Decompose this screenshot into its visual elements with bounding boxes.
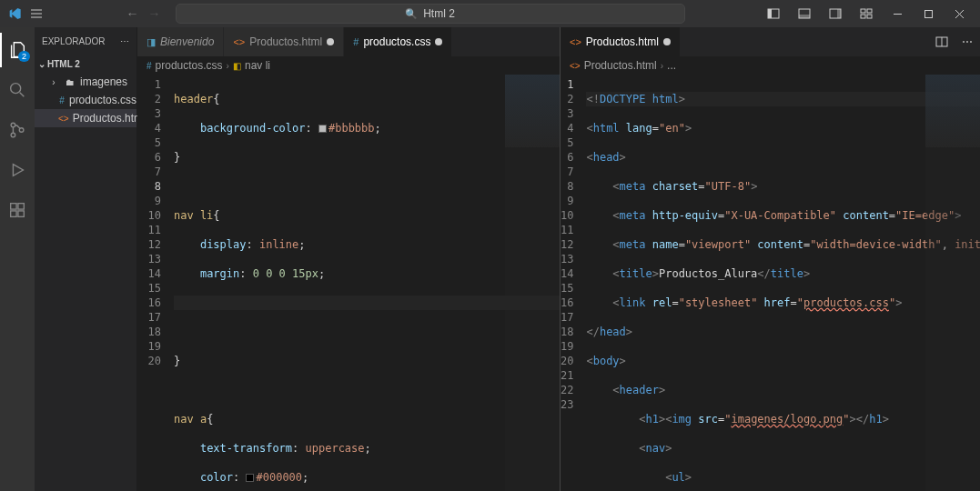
modified-dot-icon: [327, 38, 334, 45]
breadcrumb-left[interactable]: # productos.css › ◧ nav li: [137, 56, 560, 75]
ab-explorer-icon[interactable]: 2: [0, 33, 35, 67]
html-file-icon: <>: [570, 61, 581, 71]
layout-side-icon[interactable]: [760, 0, 787, 27]
welcome-icon: ◨: [146, 36, 156, 48]
window-close-icon[interactable]: [945, 0, 973, 27]
layout-customize-icon[interactable]: [853, 0, 880, 27]
svg-rect-10: [924, 10, 932, 17]
layout-panel-icon[interactable]: [791, 0, 818, 27]
svg-rect-6: [861, 9, 865, 13]
sidebar-explorer: EXPLORADOR ⋯ ⌄ HTML 2 › 🖿 imagenes # pro…: [35, 27, 137, 491]
svg-point-11: [11, 84, 21, 94]
tab-productos-css[interactable]: # productos.css: [344, 27, 452, 56]
minimap[interactable]: [925, 75, 980, 491]
html-file-icon: <>: [570, 36, 581, 47]
code-content[interactable]: <!DOCTYPE html> <html lang="en"> <head> …: [581, 75, 980, 491]
explorer-badge: 2: [18, 51, 30, 62]
sidebar-title: EXPLORADOR ⋯: [35, 27, 136, 55]
tree-file-html[interactable]: <> Productos.html: [35, 109, 136, 127]
code-content[interactable]: header{ background-color: #bbbbbb; } nav…: [168, 75, 560, 491]
tabbar-right: <> Productos.html ⋯: [561, 27, 980, 56]
minimap[interactable]: [505, 75, 560, 491]
tab-productos-html-right[interactable]: <> Productos.html: [561, 27, 681, 56]
svg-rect-7: [867, 9, 872, 13]
code-area-left[interactable]: 1234567891011121314151617181920 header{ …: [137, 75, 560, 491]
svg-rect-17: [18, 211, 24, 216]
folder-icon: 🖿: [64, 77, 76, 87]
search-icon: 🔍: [405, 8, 418, 20]
tab-more-icon[interactable]: ⋯: [955, 27, 980, 56]
svg-rect-9: [867, 15, 872, 18]
layout-right-icon[interactable]: [822, 0, 849, 27]
tree-file-css[interactable]: # productos.css: [35, 91, 136, 109]
tree-label: productos.css: [69, 94, 136, 106]
ab-search-icon[interactable]: [0, 73, 35, 107]
editor-left: ◨ Bienvenido <> Productos.html # product…: [137, 27, 561, 491]
html-file-icon: <>: [233, 36, 245, 47]
svg-rect-3: [799, 15, 810, 18]
project-root[interactable]: ⌄ HTML 2: [35, 55, 136, 73]
chevron-right-icon: ›: [661, 61, 663, 71]
title-bar: ← → 🔍 Html 2: [0, 0, 980, 27]
tab-label: Productos.html: [586, 35, 659, 48]
window-maximize-icon[interactable]: [914, 0, 942, 27]
html-file-icon: <>: [58, 114, 69, 124]
tab-label: Bienvenido: [160, 35, 214, 48]
svg-rect-8: [861, 15, 865, 18]
chevron-right-icon: ›: [47, 77, 60, 87]
search-text: Html 2: [423, 7, 455, 20]
svg-rect-15: [11, 204, 16, 209]
css-file-icon: #: [353, 36, 359, 47]
css-file-icon: #: [146, 61, 152, 71]
hamburger-menu-icon[interactable]: [29, 6, 44, 21]
split-editor-icon[interactable]: [929, 27, 955, 56]
project-name: HTML 2: [47, 59, 80, 69]
tab-bienvenido[interactable]: ◨ Bienvenido: [137, 27, 224, 56]
tree-folder-imagenes[interactable]: › 🖿 imagenes: [35, 73, 136, 91]
svg-point-14: [19, 128, 24, 133]
code-area-right[interactable]: 1234567891011121314151617181920212223 <!…: [561, 75, 980, 491]
breadcrumb-item: Productos.html: [584, 59, 657, 72]
breadcrumb-item: productos.css: [156, 59, 223, 72]
breadcrumb-item: nav li: [245, 59, 270, 72]
breadcrumb-right[interactable]: <> Productos.html › ...: [561, 56, 980, 75]
tab-productos-html[interactable]: <> Productos.html: [224, 27, 344, 56]
vscode-icon: [7, 6, 22, 21]
svg-rect-18: [18, 204, 24, 209]
ab-source-control-icon[interactable]: [0, 113, 35, 147]
tab-label: productos.css: [363, 35, 430, 48]
tree-label: imagenes: [80, 75, 127, 88]
svg-point-12: [11, 123, 15, 127]
command-center-search[interactable]: 🔍 Html 2: [176, 4, 685, 24]
sidebar-more-icon[interactable]: ⋯: [120, 36, 129, 46]
chevron-right-icon: ›: [227, 61, 229, 71]
tree-label: Productos.html: [73, 112, 146, 125]
svg-rect-16: [11, 211, 16, 216]
ab-debug-icon[interactable]: [0, 153, 35, 187]
css-file-icon: #: [58, 95, 66, 105]
line-gutter: 1234567891011121314151617181920: [137, 75, 168, 491]
svg-point-13: [11, 133, 15, 137]
nav-back-icon[interactable]: ←: [126, 6, 139, 21]
sidebar-title-text: EXPLORADOR: [42, 36, 105, 46]
modified-dot-icon: [435, 38, 442, 45]
modified-dot-icon: [663, 38, 671, 45]
svg-rect-1: [768, 9, 772, 18]
activity-bar: 2: [0, 27, 35, 491]
chevron-down-icon: ⌄: [38, 59, 45, 69]
tabbar-left: ◨ Bienvenido <> Productos.html # product…: [137, 27, 560, 56]
window-minimize-icon[interactable]: [884, 0, 911, 27]
symbol-icon: ◧: [233, 61, 241, 71]
line-gutter: 1234567891011121314151617181920212223: [561, 75, 581, 491]
nav-forward-icon[interactable]: →: [148, 6, 161, 21]
editor-right: <> Productos.html ⋯ <> Productos.html › …: [561, 27, 980, 491]
ab-extensions-icon[interactable]: [0, 193, 35, 227]
tab-label: Productos.html: [249, 35, 322, 48]
breadcrumb-item: ...: [667, 59, 676, 72]
svg-rect-5: [837, 9, 841, 18]
